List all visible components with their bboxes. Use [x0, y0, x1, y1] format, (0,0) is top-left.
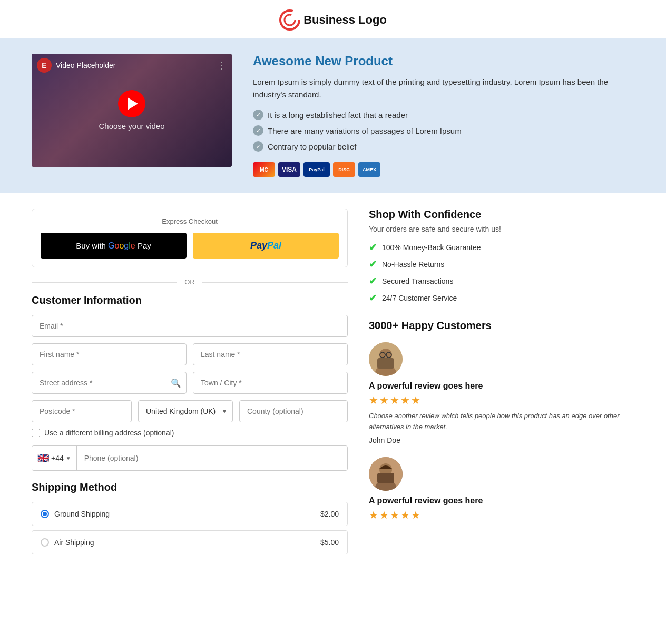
svg-point-1	[285, 15, 295, 25]
avatar-image-1	[369, 342, 403, 376]
visa-icon: VISA	[278, 162, 300, 177]
confidence-item: ✔ Secured Transactions	[369, 275, 634, 287]
express-checkout: Express Checkout Buy with Google Pay Pay…	[32, 209, 348, 267]
air-shipping-label: Air Shipping	[54, 538, 94, 547]
confidence-title: Shop With Confidence	[369, 209, 634, 221]
shipping-section: Shipping Method Ground Shipping $2.00 Ai…	[32, 481, 348, 554]
left-column: Express Checkout Buy with Google Pay Pay…	[32, 209, 369, 559]
shipping-title: Shipping Method	[32, 481, 348, 493]
play-button[interactable]	[118, 90, 145, 117]
country-select[interactable]: United Kingdom (UK)	[138, 400, 233, 422]
hero-description: Lorem Ipsum is simply dummy text of the …	[253, 76, 634, 101]
town-field[interactable]	[193, 372, 348, 394]
billing-check-wrap: Use a different billing address (optiona…	[32, 429, 348, 437]
reviewer-avatar-1	[369, 342, 403, 376]
check-circle-icon	[253, 141, 263, 152]
ground-shipping-radio[interactable]	[41, 510, 49, 518]
phone-code: +44	[51, 454, 64, 462]
phone-flag-selector[interactable]: 🇬🇧 +44 ▼	[32, 446, 77, 470]
phone-field[interactable]	[77, 446, 347, 470]
address-row: 🔍	[32, 372, 348, 394]
play-triangle-icon	[128, 97, 138, 110]
video-placeholder[interactable]: E Video Placeholder ⋮ Choose your video	[32, 54, 232, 167]
feature-item: It is a long established fact that a rea…	[253, 110, 634, 120]
ground-shipping-price: $2.00	[320, 510, 339, 518]
main-content: Express Checkout Buy with Google Pay Pay…	[0, 193, 666, 574]
ground-shipping-option[interactable]: Ground Shipping $2.00	[32, 502, 348, 526]
check-circle-icon	[253, 125, 263, 136]
logo-text: Business Logo	[303, 13, 387, 27]
county-group	[239, 400, 348, 422]
street-group: 🔍	[32, 372, 187, 394]
paypal-icon: PayPal	[303, 162, 330, 177]
amex-icon: AMEX	[358, 162, 380, 177]
postcode-field[interactable]	[32, 400, 132, 422]
right-column: Shop With Confidence Your orders are saf…	[369, 209, 634, 534]
street-field[interactable]	[32, 372, 187, 394]
hero-features: It is a long established fact that a rea…	[253, 110, 634, 152]
or-divider: OR	[32, 278, 348, 286]
confidence-item: ✔ No-Hassle Returns	[369, 259, 634, 270]
ground-shipping-label: Ground Shipping	[54, 510, 110, 518]
customers-title: 3000+ Happy Customers	[369, 320, 634, 332]
country-wrap: United Kingdom (UK) ▼	[138, 400, 233, 422]
logo-icon	[279, 9, 300, 31]
paypal-button[interactable]: PayPal	[193, 233, 339, 259]
google-pay-button[interactable]: Buy with Google Pay	[41, 233, 187, 259]
check-circle-icon	[253, 110, 263, 120]
product-title: Awesome New Product	[253, 54, 634, 68]
county-field[interactable]	[239, 400, 348, 422]
review-stars-1: ★★★★★	[369, 394, 634, 407]
email-group	[32, 315, 348, 337]
site-header: Business Logo	[0, 0, 666, 38]
confidence-item-text: 100% Money-Back Guarantee	[382, 243, 481, 252]
reviewer-avatar-2	[369, 457, 403, 491]
phone-wrap: 🇬🇧 +44 ▼	[32, 445, 348, 471]
hero-content: Awesome New Product Lorem Ipsum is simpl…	[253, 54, 634, 177]
postcode-country-row: United Kingdom (UK) ▼	[32, 400, 348, 422]
confidence-item-text: Secured Transactions	[382, 277, 453, 285]
logo: Business Logo	[279, 9, 387, 31]
air-shipping-radio[interactable]	[41, 538, 49, 547]
name-row	[32, 343, 348, 365]
air-shipping-option[interactable]: Air Shipping $5.00	[32, 530, 348, 554]
review-card-2: A powerful review goes here ★★★★★	[369, 457, 634, 521]
check-green-icon: ✔	[369, 292, 377, 304]
payment-icons: MC VISA PayPal DISC AMEX	[253, 162, 634, 177]
first-name-group	[32, 343, 187, 365]
discover-icon: DISC	[333, 162, 355, 177]
paypal-logo: PayPal	[250, 240, 281, 251]
confidence-item: ✔ 24/7 Customer Service	[369, 292, 634, 304]
confidence-box: Shop With Confidence Your orders are saf…	[369, 209, 634, 304]
feature-item: There are many variations of passages of…	[253, 125, 634, 136]
review-card-1: A powerful review goes here ★★★★★ Choose…	[369, 342, 634, 444]
review-stars-2: ★★★★★	[369, 509, 634, 521]
customer-info-title: Customer Information	[32, 294, 348, 306]
mastercard-icon: MC	[253, 162, 275, 177]
svg-point-0	[280, 11, 299, 29]
ground-shipping-left: Ground Shipping	[41, 510, 110, 518]
air-shipping-price: $5.00	[320, 538, 339, 547]
confidence-item-text: No-Hassle Returns	[382, 260, 444, 269]
feature-item: Contrary to popular belief	[253, 141, 634, 152]
svg-rect-5	[377, 358, 394, 369]
reviewer-name-1: John Doe	[369, 436, 400, 444]
review-text-1: Choose another review which tells people…	[369, 411, 634, 433]
check-green-icon: ✔	[369, 275, 377, 287]
hero-section: E Video Placeholder ⋮ Choose your video …	[0, 38, 666, 193]
review-title-1: A powerful review goes here	[369, 381, 634, 391]
feature-text: There are many variations of passages of…	[268, 126, 462, 135]
video-choose-text: Choose your video	[99, 122, 164, 131]
confidence-subtitle: Your orders are safe and secure with us!	[369, 225, 634, 233]
billing-checkbox[interactable]	[32, 429, 40, 437]
last-name-field[interactable]	[193, 343, 348, 365]
review-title-2: A powerful review goes here	[369, 496, 634, 506]
town-group	[193, 372, 348, 394]
first-name-field[interactable]	[32, 343, 187, 365]
street-wrap: 🔍	[32, 372, 187, 394]
avatar-image-2	[369, 457, 403, 491]
address-search-button[interactable]: 🔍	[171, 378, 181, 388]
express-checkout-label: Express Checkout	[41, 217, 339, 225]
email-field[interactable]	[32, 315, 348, 337]
phone-dropdown-icon: ▼	[66, 455, 71, 461]
